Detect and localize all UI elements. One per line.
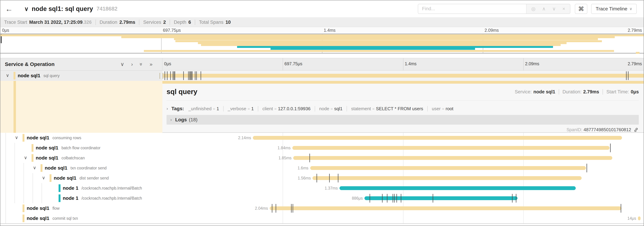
equals-sign: = [372, 107, 374, 111]
span-row[interactable]: node sql1 colbatchscan ∨ 1.85ms [0, 153, 644, 163]
span-name-cell[interactable]: node sql1 batch flow coordinator [0, 143, 162, 153]
expand-one-icon[interactable]: › [131, 62, 133, 67]
span-row[interactable]: node sql1 flow 2.04ms [0, 203, 644, 213]
prev-result-icon[interactable]: ∧ [542, 6, 546, 12]
service-color-stripe [40, 164, 42, 172]
span-bar-cell[interactable] [162, 71, 644, 81]
span-name-cell[interactable]: node sql1 consuming rows ∨ [0, 133, 162, 143]
collapse-span-icon[interactable]: ∨ [24, 155, 27, 160]
span-bar[interactable] [253, 136, 622, 140]
collapse-span-icon[interactable]: ∨ [42, 175, 45, 180]
next-result-icon[interactable]: ∨ [552, 6, 556, 12]
span-bar-cell[interactable]: 2.14ms [162, 133, 644, 143]
ruler-gridline [524, 58, 524, 70]
trace-collapse-icon[interactable]: ∨ [24, 6, 28, 12]
summary-item: Depth 6 [170, 20, 191, 25]
span-row[interactable]: node sql1 txn coordinator send ∨ 1.6ms [0, 163, 644, 173]
span-name-cell[interactable]: node 1 /cockroach.roachpb.Internal/Batch [0, 193, 162, 203]
service-color-stripe [32, 144, 34, 152]
span-bar-cell[interactable]: 1.84ms [162, 143, 644, 153]
span-name-cell[interactable]: node sql1 commit sql txn [0, 213, 162, 223]
tags-row[interactable]: › Tags: _unfinished = 1 _verbose = 1 cli… [166, 104, 639, 114]
minimap-time-labels: 0μs697.75μs1.4ms2.09ms2.79ms [0, 27, 644, 34]
back-icon[interactable]: ← [5, 5, 17, 13]
span-row[interactable]: node sql1 dist sender send ∨ 1.56ms [0, 173, 644, 183]
logs-row[interactable]: › Logs (18) [166, 115, 639, 125]
span-bar[interactable] [364, 196, 518, 200]
log-marker-tick [192, 71, 192, 80]
span-name-cell[interactable]: node sql1 flow [0, 203, 162, 213]
span-bar-cell[interactable]: 1.6ms [162, 163, 644, 173]
service-color-stripe [58, 194, 60, 202]
link-icon[interactable] [634, 127, 638, 132]
span-bar-cell[interactable]: 1.56ms [162, 173, 644, 183]
span-row[interactable]: node sql1 consuming rows ∨ 2.14ms [0, 133, 644, 143]
summary-value: March 31 2022, 17:25:09 [29, 20, 83, 25]
timeline-minimap[interactable] [0, 34, 644, 54]
tags-title: Tags: [172, 106, 184, 111]
tag-item[interactable]: statement = SELECT * FROM users [346, 106, 423, 111]
tag-item[interactable]: user = root [427, 106, 453, 111]
span-row[interactable]: node sql1 commit sql txn 14μs [0, 213, 644, 223]
span-bar[interactable] [638, 216, 640, 220]
span-bar[interactable] [162, 74, 644, 78]
log-marker-tick [396, 194, 397, 202]
span-detail-panel: sql query Service: node sql1 Duration: 2… [162, 81, 644, 133]
find-input[interactable] [418, 4, 526, 14]
span-bar-cell[interactable]: 2.04ms [162, 203, 644, 213]
span-duration-label: 1.56ms [298, 176, 311, 180]
span-bar[interactable] [270, 206, 622, 210]
span-bar-cell[interactable]: 1.37ms [162, 183, 644, 193]
overview-label: Start Time: [606, 89, 629, 95]
log-marker-tick [196, 71, 197, 80]
operation-name: txn coordinator send [70, 166, 106, 170]
clear-search-icon[interactable]: × [562, 6, 565, 12]
span-row[interactable]: node 1 /cockroach.roachpb.Internal/Batch… [0, 183, 644, 193]
tag-item[interactable]: client = 127.0.0.1:59936 [258, 106, 310, 111]
collapse-span-icon[interactable]: ∨ [15, 135, 18, 140]
collapse-one-icon[interactable]: ∨ [120, 62, 124, 67]
log-marker-tick [628, 71, 628, 80]
collapse-all-icon[interactable]: » [139, 63, 144, 66]
span-bar[interactable] [310, 166, 586, 170]
span-name-cell[interactable]: node sql1 sql query ∨ [0, 71, 162, 81]
span-name-cell[interactable]: node sql1 txn coordinator send ∨ [0, 163, 162, 173]
span-bar-cell[interactable]: 1.85ms [162, 153, 644, 163]
indent-guide [32, 193, 33, 203]
indent-guide [14, 183, 15, 193]
log-marker-tick [174, 71, 174, 80]
tag-item[interactable]: node = sql1 [315, 106, 342, 111]
span-bar-cell[interactable]: 886μs [162, 193, 644, 203]
span-bar[interactable] [312, 176, 582, 180]
indent-guide [6, 173, 6, 183]
column-resizer-handle[interactable] [160, 73, 163, 79]
span-bar[interactable] [293, 156, 612, 160]
span-row[interactable]: node 1 /cockroach.roachpb.Internal/Batch… [0, 193, 644, 203]
service-name: node sql1 [54, 175, 76, 181]
span-row[interactable]: node sql1 sql query ∨ [0, 71, 644, 81]
expand-all-icon[interactable]: » [150, 62, 152, 67]
service-name: node 1 [63, 195, 78, 201]
tag-item[interactable]: _unfinished = 1 [188, 106, 219, 111]
span-duration-label: 1.85ms [278, 156, 292, 160]
keyboard-shortcuts-button[interactable]: ⌘ [575, 4, 587, 14]
log-marker-tick [291, 204, 292, 213]
log-marker-tick [170, 71, 171, 80]
span-rows-area: node sql1 sql query ∨ sql query Service:… [0, 71, 644, 223]
collapse-span-icon[interactable]: ∨ [33, 165, 36, 170]
locate-icon[interactable]: ◎ [531, 6, 536, 12]
span-name-cell[interactable]: node sql1 dist sender send ∨ [0, 173, 162, 183]
span-bar-cell[interactable]: 14μs [162, 213, 644, 223]
summary-label: Total Spans [199, 20, 224, 25]
timeline-grid-header: Service & Operation ∨›»» 0μs697.75μs1.4m… [0, 58, 644, 71]
span-bar[interactable] [340, 186, 576, 190]
span-row[interactable]: node sql1 batch flow coordinator 1.84ms [0, 143, 644, 153]
span-name-cell[interactable]: node 1 /cockroach.roachpb.Internal/Batch [0, 183, 162, 193]
span-name-cell[interactable]: node sql1 colbatchscan ∨ [0, 153, 162, 163]
collapse-span-icon[interactable]: ∨ [6, 73, 9, 78]
tag-item[interactable]: _verbose = 1 [223, 106, 254, 111]
span-bar[interactable] [292, 146, 610, 150]
indent-guide [6, 193, 6, 203]
view-selector-button[interactable]: Trace Timeline ∨ [591, 4, 637, 14]
log-marker-tick [173, 71, 173, 80]
